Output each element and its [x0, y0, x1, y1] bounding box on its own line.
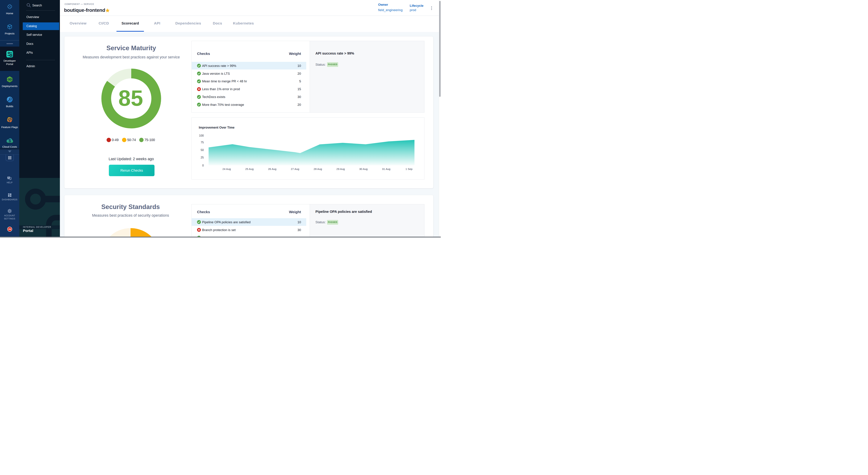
svg-text:30 Aug: 30 Aug [359, 168, 368, 171]
svg-text:$: $ [9, 138, 11, 143]
svg-text:27 Aug: 27 Aug [291, 168, 299, 171]
svg-text:25: 25 [201, 156, 204, 159]
svg-text:31 Aug: 31 Aug [382, 168, 390, 171]
svg-text:50: 50 [201, 148, 204, 151]
svg-text:100: 100 [199, 134, 204, 137]
svg-text:29 Aug: 29 Aug [336, 168, 345, 171]
svg-text:0: 0 [202, 164, 204, 167]
svg-text:1 Sep: 1 Sep [406, 168, 413, 171]
svg-text:26 Aug: 26 Aug [268, 168, 276, 171]
svg-text:28 Aug: 28 Aug [314, 168, 322, 171]
svg-text:75: 75 [201, 141, 204, 144]
svg-text:?: ? [8, 177, 9, 179]
svg-text:24 Aug: 24 Aug [222, 168, 231, 171]
svg-text:25 Aug: 25 Aug [245, 168, 254, 171]
